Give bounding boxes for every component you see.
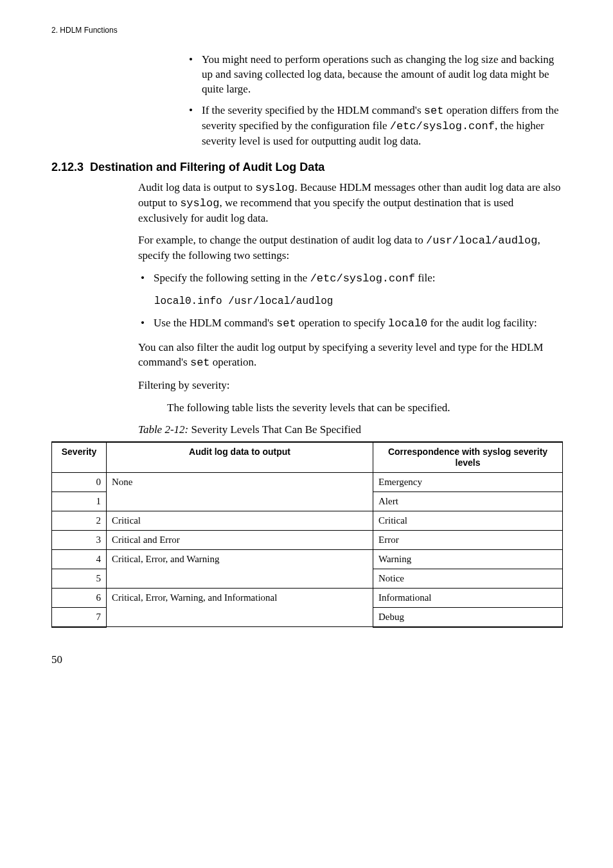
cell-severity: 2 [52, 511, 107, 530]
table-header-row: Severity Audit log data to output Corres… [52, 442, 563, 472]
cell-severity: 3 [52, 530, 107, 549]
code-run: set [424, 105, 444, 117]
text-run: Audit log data is output to [138, 181, 255, 193]
cell-audit: Critical, Error, and Warning [107, 549, 373, 588]
cell-audit: Critical, Error, Warning, and Informatio… [107, 588, 373, 627]
code-run: syslog [180, 197, 219, 209]
table-row: 3 Critical and Error Error [52, 530, 563, 549]
text-run: operation to specify [296, 317, 389, 329]
section-title: Destination and Filtering of Audit Log D… [90, 161, 324, 173]
cell-severity: 6 [52, 588, 107, 607]
paragraph: You can also filter the audit log output… [138, 341, 562, 371]
text-run: for the audit log facility: [427, 317, 537, 329]
text-run: Use the HDLM command's [154, 317, 276, 329]
section-heading: 2.12.3 Destination and Filtering of Audi… [51, 161, 562, 174]
text-run: If the severity specified by the HDLM co… [202, 104, 424, 116]
col-header-correspondence: Correspondence with syslog severity leve… [373, 442, 563, 472]
page-number: 50 [51, 653, 562, 666]
paragraph: Filtering by severity: [138, 378, 562, 393]
cell-correspondence: Notice [373, 569, 563, 588]
list-item: Use the HDLM command's set operation to … [138, 316, 562, 332]
col-header-audit: Audit log data to output [107, 442, 373, 472]
code-block: local0.info /usr/local/audlog [154, 296, 562, 307]
table-row: 2 Critical Critical [52, 511, 563, 530]
cell-correspondence: Critical [373, 511, 563, 530]
text-run: For example, to change the output destin… [138, 234, 426, 246]
paragraph: Audit log data is output to syslog. Beca… [138, 181, 562, 226]
cell-correspondence: Error [373, 530, 563, 549]
cell-correspondence: Warning [373, 549, 563, 569]
spec-bullet-list-2: Use the HDLM command's set operation to … [138, 316, 562, 332]
cell-correspondence: Debug [373, 607, 563, 627]
text-run: operation. [210, 356, 257, 368]
section-number: 2.12.3 [51, 161, 84, 173]
list-item: Specify the following setting in the /et… [138, 271, 562, 287]
cell-correspondence: Informational [373, 588, 563, 607]
code-run: syslog [255, 182, 294, 194]
caption-rest: Severity Levels That Can Be Specified [188, 423, 361, 436]
cell-severity: 5 [52, 569, 107, 588]
text-run: You might need to perform operations suc… [202, 53, 554, 95]
col-header-severity: Severity [52, 442, 107, 472]
code-run: /usr/local/audlog [426, 235, 537, 247]
paragraph: The following table lists the severity l… [167, 401, 562, 416]
severity-table: Severity Audit log data to output Corres… [51, 441, 563, 628]
text-run: Specify the following setting in the [154, 272, 310, 284]
code-run: /etc/syslog.conf [390, 120, 495, 132]
cell-severity: 0 [52, 472, 107, 492]
table-row: 0 None Emergency [52, 472, 563, 492]
code-run: set [276, 317, 296, 330]
code-run: /etc/syslog.conf [310, 272, 415, 285]
table-caption: Table 2-12: Severity Levels That Can Be … [138, 423, 562, 436]
page: 2. HDLM Functions You might need to perf… [0, 0, 613, 705]
caption-lead: Table 2-12: [138, 423, 188, 436]
code-run: set [190, 357, 210, 369]
cell-audit: Critical [107, 511, 373, 530]
top-bullet-list: You might need to perform operations suc… [186, 53, 562, 149]
list-item: If the severity specified by the HDLM co… [186, 103, 562, 149]
cell-severity: 4 [52, 549, 107, 569]
paragraph: For example, to change the output destin… [138, 233, 562, 263]
list-item: You might need to perform operations suc… [186, 53, 562, 97]
cell-correspondence: Alert [373, 492, 563, 511]
text-run: file: [415, 272, 436, 284]
spec-bullet-list: Specify the following setting in the /et… [138, 271, 562, 287]
running-header: 2. HDLM Functions [51, 26, 562, 35]
table-row: 6 Critical, Error, Warning, and Informat… [52, 588, 563, 607]
table-row: 4 Critical, Error, and Warning Warning [52, 549, 563, 569]
cell-severity: 7 [52, 607, 107, 627]
cell-severity: 1 [52, 492, 107, 511]
cell-audit: Critical and Error [107, 530, 373, 549]
cell-audit: None [107, 472, 373, 511]
code-run: local0 [388, 317, 427, 330]
cell-correspondence: Emergency [373, 472, 563, 492]
